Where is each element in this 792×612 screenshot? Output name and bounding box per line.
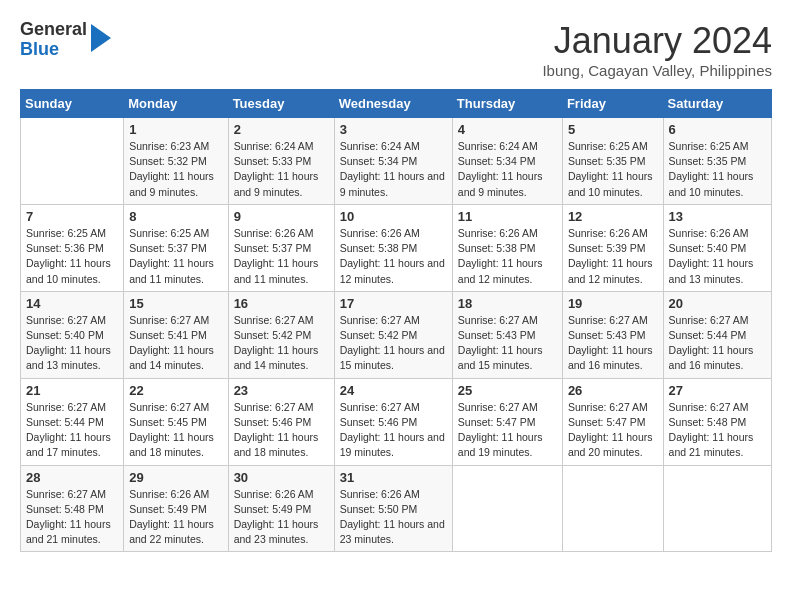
logo-general: General xyxy=(20,20,87,40)
day-number: 17 xyxy=(340,296,447,311)
day-number: 21 xyxy=(26,383,118,398)
day-info: Sunrise: 6:27 AMSunset: 5:46 PMDaylight:… xyxy=(340,400,447,461)
week-row-2: 7Sunrise: 6:25 AMSunset: 5:36 PMDaylight… xyxy=(21,204,772,291)
day-info: Sunrise: 6:25 AMSunset: 5:35 PMDaylight:… xyxy=(568,139,658,200)
day-info: Sunrise: 6:27 AMSunset: 5:45 PMDaylight:… xyxy=(129,400,222,461)
day-info: Sunrise: 6:27 AMSunset: 5:47 PMDaylight:… xyxy=(458,400,557,461)
day-number: 25 xyxy=(458,383,557,398)
calendar-cell: 27Sunrise: 6:27 AMSunset: 5:48 PMDayligh… xyxy=(663,378,771,465)
calendar-cell: 25Sunrise: 6:27 AMSunset: 5:47 PMDayligh… xyxy=(452,378,562,465)
calendar-cell: 20Sunrise: 6:27 AMSunset: 5:44 PMDayligh… xyxy=(663,291,771,378)
day-info: Sunrise: 6:25 AMSunset: 5:36 PMDaylight:… xyxy=(26,226,118,287)
calendar-cell xyxy=(663,465,771,552)
day-number: 16 xyxy=(234,296,329,311)
calendar-cell: 15Sunrise: 6:27 AMSunset: 5:41 PMDayligh… xyxy=(124,291,228,378)
header-cell-thursday: Thursday xyxy=(452,90,562,118)
day-number: 13 xyxy=(669,209,766,224)
calendar-cell: 13Sunrise: 6:26 AMSunset: 5:40 PMDayligh… xyxy=(663,204,771,291)
day-info: Sunrise: 6:27 AMSunset: 5:41 PMDaylight:… xyxy=(129,313,222,374)
day-number: 20 xyxy=(669,296,766,311)
title-block: January 2024 Ibung, Cagayan Valley, Phil… xyxy=(542,20,772,79)
day-number: 5 xyxy=(568,122,658,137)
calendar-cell: 4Sunrise: 6:24 AMSunset: 5:34 PMDaylight… xyxy=(452,118,562,205)
logo: General Blue xyxy=(20,20,111,60)
week-row-5: 28Sunrise: 6:27 AMSunset: 5:48 PMDayligh… xyxy=(21,465,772,552)
calendar-cell: 30Sunrise: 6:26 AMSunset: 5:49 PMDayligh… xyxy=(228,465,334,552)
calendar-cell: 2Sunrise: 6:24 AMSunset: 5:33 PMDaylight… xyxy=(228,118,334,205)
calendar-body: 1Sunrise: 6:23 AMSunset: 5:32 PMDaylight… xyxy=(21,118,772,552)
calendar-cell: 9Sunrise: 6:26 AMSunset: 5:37 PMDaylight… xyxy=(228,204,334,291)
day-info: Sunrise: 6:24 AMSunset: 5:33 PMDaylight:… xyxy=(234,139,329,200)
day-info: Sunrise: 6:24 AMSunset: 5:34 PMDaylight:… xyxy=(340,139,447,200)
day-info: Sunrise: 6:27 AMSunset: 5:42 PMDaylight:… xyxy=(340,313,447,374)
day-number: 23 xyxy=(234,383,329,398)
calendar-cell xyxy=(562,465,663,552)
calendar-cell: 28Sunrise: 6:27 AMSunset: 5:48 PMDayligh… xyxy=(21,465,124,552)
week-row-4: 21Sunrise: 6:27 AMSunset: 5:44 PMDayligh… xyxy=(21,378,772,465)
day-number: 2 xyxy=(234,122,329,137)
header-cell-tuesday: Tuesday xyxy=(228,90,334,118)
day-info: Sunrise: 6:27 AMSunset: 5:40 PMDaylight:… xyxy=(26,313,118,374)
calendar-cell: 8Sunrise: 6:25 AMSunset: 5:37 PMDaylight… xyxy=(124,204,228,291)
calendar-cell: 22Sunrise: 6:27 AMSunset: 5:45 PMDayligh… xyxy=(124,378,228,465)
location: Ibung, Cagayan Valley, Philippines xyxy=(542,62,772,79)
day-info: Sunrise: 6:27 AMSunset: 5:48 PMDaylight:… xyxy=(669,400,766,461)
day-number: 27 xyxy=(669,383,766,398)
day-number: 9 xyxy=(234,209,329,224)
calendar-cell: 1Sunrise: 6:23 AMSunset: 5:32 PMDaylight… xyxy=(124,118,228,205)
calendar-cell: 7Sunrise: 6:25 AMSunset: 5:36 PMDaylight… xyxy=(21,204,124,291)
day-number: 19 xyxy=(568,296,658,311)
calendar-cell: 17Sunrise: 6:27 AMSunset: 5:42 PMDayligh… xyxy=(334,291,452,378)
day-info: Sunrise: 6:27 AMSunset: 5:44 PMDaylight:… xyxy=(669,313,766,374)
logo-blue: Blue xyxy=(20,40,87,60)
day-number: 29 xyxy=(129,470,222,485)
calendar-cell: 12Sunrise: 6:26 AMSunset: 5:39 PMDayligh… xyxy=(562,204,663,291)
day-number: 11 xyxy=(458,209,557,224)
header-cell-friday: Friday xyxy=(562,90,663,118)
calendar-cell: 14Sunrise: 6:27 AMSunset: 5:40 PMDayligh… xyxy=(21,291,124,378)
day-number: 18 xyxy=(458,296,557,311)
day-info: Sunrise: 6:27 AMSunset: 5:47 PMDaylight:… xyxy=(568,400,658,461)
calendar-table: SundayMondayTuesdayWednesdayThursdayFrid… xyxy=(20,89,772,552)
day-info: Sunrise: 6:26 AMSunset: 5:38 PMDaylight:… xyxy=(340,226,447,287)
day-number: 24 xyxy=(340,383,447,398)
calendar-cell: 21Sunrise: 6:27 AMSunset: 5:44 PMDayligh… xyxy=(21,378,124,465)
week-row-1: 1Sunrise: 6:23 AMSunset: 5:32 PMDaylight… xyxy=(21,118,772,205)
day-info: Sunrise: 6:26 AMSunset: 5:40 PMDaylight:… xyxy=(669,226,766,287)
calendar-cell: 11Sunrise: 6:26 AMSunset: 5:38 PMDayligh… xyxy=(452,204,562,291)
calendar-cell: 26Sunrise: 6:27 AMSunset: 5:47 PMDayligh… xyxy=(562,378,663,465)
day-info: Sunrise: 6:25 AMSunset: 5:37 PMDaylight:… xyxy=(129,226,222,287)
day-number: 10 xyxy=(340,209,447,224)
day-info: Sunrise: 6:25 AMSunset: 5:35 PMDaylight:… xyxy=(669,139,766,200)
svg-marker-0 xyxy=(91,24,111,52)
calendar-cell: 3Sunrise: 6:24 AMSunset: 5:34 PMDaylight… xyxy=(334,118,452,205)
page-header: General Blue January 2024 Ibung, Cagayan… xyxy=(20,20,772,79)
day-number: 1 xyxy=(129,122,222,137)
calendar-cell: 29Sunrise: 6:26 AMSunset: 5:49 PMDayligh… xyxy=(124,465,228,552)
day-number: 4 xyxy=(458,122,557,137)
day-number: 3 xyxy=(340,122,447,137)
day-number: 30 xyxy=(234,470,329,485)
day-info: Sunrise: 6:27 AMSunset: 5:48 PMDaylight:… xyxy=(26,487,118,548)
day-info: Sunrise: 6:27 AMSunset: 5:46 PMDaylight:… xyxy=(234,400,329,461)
calendar-cell: 19Sunrise: 6:27 AMSunset: 5:43 PMDayligh… xyxy=(562,291,663,378)
header-row: SundayMondayTuesdayWednesdayThursdayFrid… xyxy=(21,90,772,118)
calendar-cell: 18Sunrise: 6:27 AMSunset: 5:43 PMDayligh… xyxy=(452,291,562,378)
day-number: 12 xyxy=(568,209,658,224)
day-info: Sunrise: 6:24 AMSunset: 5:34 PMDaylight:… xyxy=(458,139,557,200)
day-number: 22 xyxy=(129,383,222,398)
day-number: 8 xyxy=(129,209,222,224)
day-info: Sunrise: 6:27 AMSunset: 5:44 PMDaylight:… xyxy=(26,400,118,461)
day-info: Sunrise: 6:27 AMSunset: 5:43 PMDaylight:… xyxy=(568,313,658,374)
week-row-3: 14Sunrise: 6:27 AMSunset: 5:40 PMDayligh… xyxy=(21,291,772,378)
day-info: Sunrise: 6:26 AMSunset: 5:49 PMDaylight:… xyxy=(234,487,329,548)
day-number: 26 xyxy=(568,383,658,398)
day-number: 28 xyxy=(26,470,118,485)
header-cell-saturday: Saturday xyxy=(663,90,771,118)
header-cell-wednesday: Wednesday xyxy=(334,90,452,118)
header-cell-monday: Monday xyxy=(124,90,228,118)
day-number: 31 xyxy=(340,470,447,485)
day-info: Sunrise: 6:27 AMSunset: 5:42 PMDaylight:… xyxy=(234,313,329,374)
calendar-cell: 23Sunrise: 6:27 AMSunset: 5:46 PMDayligh… xyxy=(228,378,334,465)
logo-icon xyxy=(91,24,111,52)
